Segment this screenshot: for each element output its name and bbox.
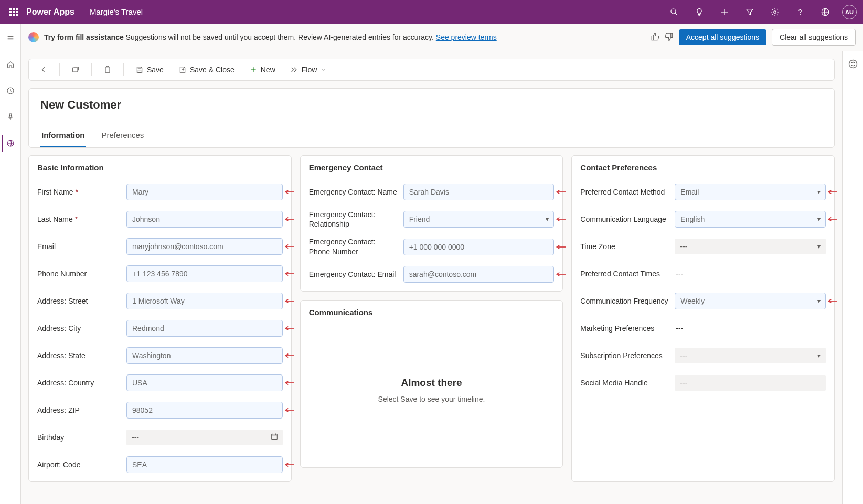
calendar-icon[interactable] (270, 433, 279, 443)
section-basic-information: Basic Information First Name* Last N (28, 155, 292, 482)
save-close-button[interactable]: Save & Close (173, 62, 240, 77)
left-rail (0, 24, 21, 504)
svg-rect-14 (105, 67, 110, 73)
first-name-input[interactable] (126, 184, 283, 200)
label-ec-name: Emergency Contact: Name (309, 187, 398, 197)
recent-icon[interactable] (2, 82, 19, 99)
label-frequency: Communication Frequency (580, 296, 669, 306)
label-ec-relationship: Emergency Contact: Relationship (309, 210, 398, 229)
app-launcher-icon[interactable] (6, 5, 21, 19)
label-email: Email (37, 242, 121, 251)
svg-rect-16 (138, 70, 141, 73)
label-zip: Address: ZIP (37, 405, 121, 415)
svg-point-5 (800, 14, 801, 15)
svg-line-1 (675, 13, 677, 15)
tab-information[interactable]: Information (40, 127, 86, 147)
country-input[interactable] (126, 374, 283, 391)
chevron-down-icon (320, 67, 326, 73)
svg-rect-28 (271, 434, 277, 440)
right-rail (842, 51, 863, 504)
suggestion-arrow-icon (555, 271, 566, 277)
preferred-method-select[interactable]: Email (675, 184, 826, 200)
home-icon[interactable] (2, 56, 19, 73)
lightbulb-icon[interactable] (691, 4, 708, 20)
suggestion-arrow-icon (284, 380, 294, 386)
search-icon[interactable] (666, 4, 683, 20)
filter-icon[interactable] (741, 4, 758, 20)
open-new-window-button[interactable] (66, 62, 85, 77)
label-ec-phone: Emergency Contact: Phone Number (309, 237, 398, 256)
suggestion-arrow-icon (284, 271, 294, 277)
divider (82, 7, 82, 17)
timezone-select[interactable]: --- (675, 239, 826, 254)
suggestion-arrow-icon (284, 243, 294, 250)
add-icon[interactable] (716, 4, 733, 20)
svg-point-40 (849, 60, 857, 68)
save-button[interactable]: Save (130, 62, 169, 77)
street-input[interactable] (126, 293, 283, 309)
pin-icon[interactable] (2, 109, 19, 125)
flow-button[interactable]: Flow (285, 62, 332, 77)
avatar-initials: AU (845, 9, 854, 15)
banner-text: Try form fill assistance Suggestions wil… (44, 33, 640, 41)
zip-input[interactable] (126, 402, 283, 419)
suggestion-banner: Try form fill assistance Suggestions wil… (21, 24, 863, 51)
ec-email-input[interactable] (403, 266, 555, 283)
copilot-pane-icon[interactable] (848, 59, 858, 71)
thumbs-down-icon[interactable] (664, 32, 674, 43)
section-communications: Communications Almost there Select Save … (300, 300, 563, 468)
social-input[interactable] (675, 375, 826, 391)
times-value[interactable]: --- (675, 266, 826, 281)
section-title: Emergency Contact (309, 163, 555, 172)
section-contact-preferences: Contact Preferences Preferred Contact Me… (571, 155, 835, 482)
subscription-select[interactable]: --- (675, 348, 826, 363)
environment-name[interactable]: Margie's Travel (90, 7, 143, 16)
thumbs-up-icon[interactable] (651, 32, 660, 43)
svg-rect-15 (138, 67, 141, 69)
city-input[interactable] (126, 320, 283, 337)
app-name: Power Apps (26, 7, 74, 17)
frequency-select[interactable]: Weekly (675, 293, 826, 309)
avatar[interactable]: AU (842, 5, 857, 19)
preview-terms-link[interactable]: See preview terms (436, 33, 497, 41)
suggestion-arrow-icon (827, 298, 837, 304)
ec-phone-input[interactable] (403, 239, 555, 255)
section-emergency-contact: Emergency Contact Emergency Contact: Nam… (300, 155, 563, 292)
new-button[interactable]: New (244, 62, 281, 77)
label-birthday: Birthday (37, 433, 121, 442)
suggestion-arrow-icon (284, 325, 294, 331)
tab-preferences[interactable]: Preferences (101, 127, 145, 147)
help-icon[interactable] (792, 4, 808, 20)
suggestion-arrow-icon (284, 189, 294, 195)
phone-input[interactable] (126, 265, 283, 282)
suggestion-arrow-icon (284, 462, 294, 468)
section-title: Communications (309, 308, 555, 317)
ec-name-input[interactable] (403, 184, 555, 200)
state-input[interactable] (126, 347, 283, 364)
suggestion-arrow-icon (827, 216, 837, 222)
ec-relationship-select[interactable]: Friend (403, 211, 555, 228)
back-button[interactable] (34, 62, 53, 77)
suggestion-arrow-icon (284, 352, 294, 359)
label-timezone: Time Zone (580, 242, 669, 251)
airport-input[interactable] (126, 456, 283, 473)
globe-icon[interactable] (817, 4, 834, 20)
clear-suggestions-button[interactable]: Clear all suggestions (772, 29, 856, 46)
email-input[interactable] (126, 238, 283, 255)
marketing-value[interactable]: --- (675, 321, 826, 336)
gear-icon[interactable] (766, 4, 783, 20)
clipboard-button[interactable] (98, 62, 117, 77)
language-select[interactable]: English (675, 211, 826, 228)
label-airport: Airport: Code (37, 460, 121, 469)
label-last-name: Last Name* (37, 215, 121, 224)
birthday-input[interactable] (126, 430, 283, 445)
label-marketing: Marketing Preferences (580, 324, 669, 333)
sitemap-icon[interactable] (2, 135, 18, 152)
label-ec-email: Emergency Contact: Email (309, 270, 398, 279)
top-bar: Power Apps Margie's Travel AU (0, 0, 863, 24)
hamburger-icon[interactable] (2, 30, 19, 47)
accept-suggestions-button[interactable]: Accept all suggestions (679, 29, 766, 45)
tabs: Information Preferences (40, 127, 823, 147)
last-name-input[interactable] (126, 211, 283, 228)
svg-rect-13 (73, 68, 78, 72)
